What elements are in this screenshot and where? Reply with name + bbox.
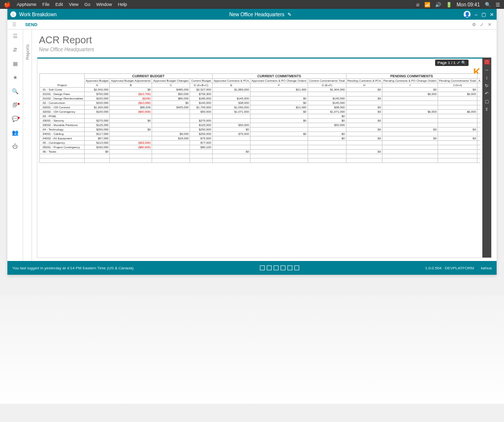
table-row[interactable]: .01002 - Design Reimbursables$100,000($1… — [40, 97, 481, 101]
cell — [438, 105, 477, 110]
layout-6-icon[interactable] — [294, 265, 299, 270]
cell: $38,000 — [308, 105, 346, 110]
layout-3-icon[interactable] — [274, 265, 279, 270]
cell — [308, 128, 346, 132]
table-row[interactable]: .02002 - CM Contingency$100,000($50,000)… — [40, 110, 481, 114]
wifi-icon[interactable]: 📶 — [424, 2, 430, 7]
battery-icon[interactable]: 🔋 — [446, 2, 452, 7]
table-row[interactable]: .02 - Construction$150,000($10,000)$0$14… — [40, 101, 481, 105]
menubar-help[interactable]: Help — [118, 2, 127, 7]
reports-side-tab[interactable]: Reports — [23, 30, 32, 261]
cell: $1,700,000 — [190, 105, 213, 110]
col-letter: D (A+B+C) — [190, 83, 213, 88]
cell: $0 — [346, 88, 382, 92]
cell: $50,000 — [308, 123, 346, 128]
cell — [382, 101, 438, 105]
breadcrumb-icon[interactable]: ⌂ — [10, 11, 16, 17]
menubar-go[interactable]: Go — [84, 2, 90, 7]
rail-apps-icon[interactable]: ▦ — [12, 60, 19, 67]
volume-icon[interactable]: 🔊 — [435, 2, 441, 7]
row-label: .01 - Soft Costs — [40, 88, 85, 92]
fit-icon[interactable]: ⤢ — [457, 61, 460, 65]
rail-messages-icon[interactable]: 💬 — [12, 115, 19, 122]
menubar-window[interactable]: Window — [96, 2, 112, 7]
airplay-icon[interactable]: ⎚ — [416, 2, 419, 7]
cell — [190, 154, 213, 159]
rail-people-icon[interactable]: 👥 — [12, 129, 19, 136]
cell: $75,000 — [190, 136, 213, 141]
menubar-file[interactable]: File — [42, 2, 50, 7]
table-row[interactable]: .03001 - Security$275,000$0$275,000$0$0$… — [40, 119, 481, 123]
cell: $250,000 — [190, 128, 213, 132]
table-row[interactable]: .03 - FF&E$0$18,000$18,000$1,090,000 — [40, 114, 481, 119]
page-badge: Page 1 / 1 ⤢ 🔍 — [435, 60, 469, 66]
pdf-icon[interactable]: ▢ — [484, 60, 490, 65]
cell: $275,000 — [85, 119, 110, 123]
table-row[interactable]: .02001 - CM Contract$1,200,000$95,000$40… — [40, 105, 481, 110]
layout-1-icon[interactable] — [260, 265, 265, 270]
table-row[interactable]: $80,100$80,100 — [40, 159, 481, 163]
expand-icon[interactable]: ⤢ — [480, 22, 484, 27]
menubar-app[interactable]: AppName — [17, 2, 36, 7]
table-row[interactable]: .05 - Contingency$110,000($33,000)$77,00… — [40, 141, 481, 145]
menubar-edit[interactable]: Edit — [56, 2, 63, 7]
rail-hierarchy-icon[interactable]: ⇵ — [12, 46, 19, 53]
zoom-icon[interactable]: 🔍 — [461, 61, 466, 65]
cell: $0 — [438, 136, 477, 141]
cell — [382, 114, 438, 119]
apple-icon[interactable]: 🍎 — [4, 1, 11, 8]
table-row[interactable]: .03002 - Movable Partitions$125,000$125,… — [40, 123, 481, 128]
settings-icon[interactable]: ⚙ — [472, 22, 476, 27]
table-row[interactable]: .04001 - Cabling$117,000$8,000$250,000$7… — [40, 132, 481, 136]
table-row[interactable]: .01 - Soft Costs$2,042,000$0$485,000$2,5… — [40, 88, 481, 92]
clock[interactable]: Mon 09:41 — [457, 2, 480, 7]
cell: $140,000 — [190, 101, 213, 105]
cell: $0 — [382, 136, 438, 141]
tool-expand-v-icon[interactable]: ↕ — [486, 75, 488, 80]
menu-icon[interactable]: ☰ — [496, 2, 500, 7]
edit-icon[interactable]: ✎ — [287, 12, 291, 17]
brand-label: kahua — [481, 266, 492, 270]
minimize-icon[interactable]: – — [474, 12, 477, 17]
table-row[interactable]: $80,100$80,100 — [40, 154, 481, 159]
rail-power-icon[interactable]: ⏻ — [12, 143, 19, 150]
maximize-icon[interactable]: ▢ — [481, 12, 486, 17]
cell: $1,904,000 — [308, 88, 346, 92]
cell: $145,000 — [212, 97, 250, 101]
tool-expand-h-icon[interactable]: ↔ — [485, 67, 489, 72]
cell — [477, 105, 480, 110]
rail-list-icon[interactable]: ☰ — [12, 32, 19, 39]
user-icon[interactable]: 👤 — [464, 11, 471, 18]
tool-undo-icon[interactable]: ↶ — [485, 91, 489, 96]
cell — [382, 105, 438, 110]
hamburger-icon[interactable]: ☰ — [12, 22, 16, 27]
tool-box-icon[interactable]: ▢ — [485, 99, 489, 104]
cell — [110, 136, 152, 141]
layout-5-icon[interactable] — [287, 265, 292, 270]
rail-tasks-icon[interactable]: 🗐 — [12, 101, 19, 108]
table-row[interactable]: .05001 - Project Contingency$190,000($80… — [40, 145, 481, 150]
layout-2-icon[interactable] — [267, 265, 272, 270]
cell: $0 — [212, 150, 250, 154]
rail-search-icon[interactable]: 🔍 — [12, 88, 19, 95]
cell — [438, 150, 477, 154]
col-header: Current Budget — [190, 79, 213, 83]
layout-switcher[interactable] — [260, 265, 299, 270]
table-row[interactable]: .04002 - AV Equipment$57,000$18,000$75,0… — [40, 136, 481, 141]
cell: $0 — [346, 128, 382, 132]
tool-refresh-icon[interactable]: ↻ — [485, 83, 489, 88]
tool-export-icon[interactable]: ⇪ — [485, 107, 489, 112]
send-button[interactable]: SEND — [25, 22, 37, 27]
rail-star-icon[interactable]: ★ — [12, 74, 19, 81]
table-row[interactable]: .01001 - Design Fees$700,000($10,700)$50… — [40, 92, 481, 97]
cell: $6,000 — [438, 92, 477, 97]
menubar-view[interactable]: View — [69, 2, 78, 7]
layout-4-icon[interactable] — [281, 265, 285, 270]
close-panel-icon[interactable]: ✕ — [488, 22, 492, 27]
close-icon[interactable]: ✕ — [490, 12, 494, 17]
cell: $50,000 — [212, 123, 250, 128]
table-row[interactable]: .04 - Technology$250,000$0$250,000$0$0$0… — [40, 128, 481, 132]
search-icon[interactable]: 🔍 — [485, 2, 491, 7]
cell: $0 — [85, 150, 110, 154]
table-row[interactable]: .06 - Taxes$0$0$0$75,000$75,000$75,000 — [40, 150, 481, 154]
